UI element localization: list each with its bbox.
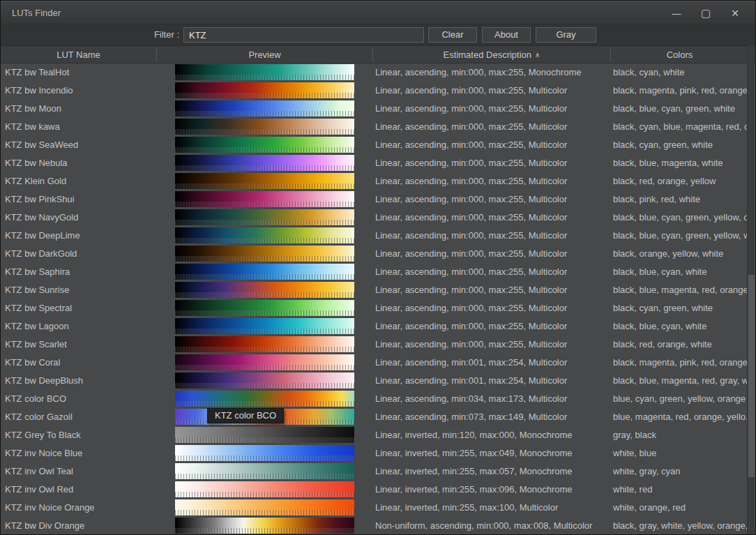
lut-name: KTZ bw TealHot bbox=[5, 63, 154, 82]
table-row[interactable]: KTZ bw PinkShui Linear, ascending, min:0… bbox=[1, 190, 755, 209]
lut-description: Linear, ascending, min:000, max:255, Mul… bbox=[375, 100, 605, 118]
lut-preview bbox=[175, 246, 354, 262]
clear-button[interactable]: Clear bbox=[428, 27, 477, 43]
lut-description: Linear, ascending, min:000, max:255, Mul… bbox=[375, 336, 605, 354]
lut-colors: white, gray, cyan bbox=[613, 462, 748, 481]
vertical-scrollbar[interactable] bbox=[747, 45, 755, 535]
table-row[interactable]: KTZ bw DeepLime Linear, ascending, min:0… bbox=[1, 227, 755, 245]
table-row[interactable]: KTZ bw Coral Linear, ascending, min:001,… bbox=[1, 354, 755, 372]
table-row[interactable]: KTZ inv Owl Red Linear, inverted, min:25… bbox=[1, 481, 755, 499]
lut-preview-steps bbox=[175, 256, 354, 262]
lut-preview bbox=[175, 209, 354, 225]
lut-name: KTZ bw Moon bbox=[5, 100, 154, 118]
table-row[interactable]: KTZ color Gazoil Linear, ascending, min:… bbox=[1, 408, 755, 426]
filter-toolbar: Filter : Clear About Gray check bbox=[1, 24, 755, 45]
lut-preview bbox=[175, 100, 354, 116]
column-header-preview[interactable]: Preview bbox=[157, 46, 372, 63]
table-row[interactable]: KTZ Klein Gold Linear, ascending, min:00… bbox=[1, 172, 755, 190]
about-button[interactable]: About bbox=[482, 27, 531, 43]
column-header-colors[interactable]: Colors bbox=[611, 46, 748, 63]
lut-description: Linear, inverted, min:255, max:096, Mono… bbox=[375, 481, 605, 499]
table-row[interactable]: KTZ bw DeepBlush Linear, ascending, min:… bbox=[1, 372, 755, 390]
title-bar: LUTs Finder — ▢ ✕ bbox=[1, 1, 755, 24]
table-row[interactable]: KTZ inv Noice Orange Linear, inverted, m… bbox=[1, 499, 755, 517]
lut-name: KTZ bw PinkShui bbox=[5, 190, 154, 209]
lut-preview bbox=[175, 227, 354, 243]
lut-name: KTZ bw DeepLime bbox=[5, 227, 154, 245]
lut-preview bbox=[175, 82, 354, 98]
tooltip: KTZ color BCO bbox=[207, 408, 284, 423]
lut-name: KTZ color Gazoil bbox=[5, 408, 154, 426]
gray-check-button[interactable]: Gray check bbox=[536, 27, 596, 43]
lut-preview-steps bbox=[175, 75, 354, 80]
scrollbar-thumb[interactable] bbox=[748, 275, 755, 477]
table-row[interactable]: KTZ bw Moon Linear, ascending, min:000, … bbox=[1, 100, 755, 118]
column-header-lut-name[interactable]: LUT Name bbox=[1, 46, 156, 63]
lut-preview-steps bbox=[175, 111, 354, 116]
lut-description: Linear, inverted, min:120, max:000, Mono… bbox=[375, 426, 605, 444]
lut-preview-steps bbox=[175, 347, 354, 352]
lut-name: KTZ Klein Gold bbox=[5, 172, 154, 190]
table-row[interactable]: KTZ bw kawa Linear, ascending, min:000, … bbox=[1, 118, 755, 136]
lut-preview-steps bbox=[175, 274, 354, 280]
table-row[interactable]: KTZ bw Scarlet Linear, ascending, min:00… bbox=[1, 336, 755, 354]
table-row[interactable]: KTZ bw DarkGold Linear, ascending, min:0… bbox=[1, 245, 755, 263]
lut-preview-steps bbox=[175, 474, 354, 479]
column-header-description[interactable]: Estimated Description∧ bbox=[373, 46, 610, 63]
lut-preview-steps bbox=[175, 129, 354, 135]
table-row[interactable]: KTZ bw TealHot Linear, ascending, min:00… bbox=[1, 63, 755, 82]
lut-preview bbox=[175, 173, 354, 189]
lut-preview bbox=[175, 300, 354, 316]
lut-preview bbox=[175, 119, 354, 135]
table-row[interactable]: KTZ inv Owl Teal Linear, inverted, min:2… bbox=[1, 462, 755, 481]
lut-preview-steps bbox=[175, 202, 354, 207]
table-row[interactable]: KTZ bw SeaWeed Linear, ascending, min:00… bbox=[1, 136, 755, 154]
lut-description: Linear, ascending, min:000, max:255, Mul… bbox=[375, 190, 605, 209]
table-row[interactable]: KTZ Grey To Black Linear, inverted, min:… bbox=[1, 426, 755, 444]
minimize-button[interactable]: — bbox=[662, 3, 691, 24]
close-button[interactable]: ✕ bbox=[720, 3, 750, 24]
lut-colors: white, orange, red bbox=[613, 499, 748, 517]
table-row[interactable]: KTZ color BCO Linear, ascending, min:034… bbox=[1, 390, 755, 408]
lut-preview-steps bbox=[175, 329, 354, 334]
table-row[interactable]: KTZ bw Spectral Linear, ascending, min:0… bbox=[1, 299, 755, 317]
lut-description: Linear, ascending, min:034, max:173, Mul… bbox=[375, 390, 605, 408]
filter-input[interactable] bbox=[183, 27, 424, 43]
lut-preview-steps bbox=[175, 492, 354, 497]
lut-preview bbox=[175, 372, 354, 389]
table-row[interactable]: KTZ bw Nebula Linear, ascending, min:000… bbox=[1, 154, 755, 172]
lut-name: KTZ inv Noice Orange bbox=[5, 499, 154, 517]
lut-preview-steps bbox=[175, 437, 354, 443]
table-row[interactable]: KTZ bw Lagoon Linear, ascending, min:000… bbox=[1, 317, 755, 336]
lut-preview-steps bbox=[175, 183, 354, 189]
lut-name: KTZ bw Spectral bbox=[5, 299, 154, 317]
lut-preview bbox=[175, 354, 354, 370]
lut-preview bbox=[175, 427, 354, 443]
close-icon: ✕ bbox=[731, 8, 739, 19]
lut-preview bbox=[175, 264, 354, 280]
lut-colors: black, blue, cyan, green, yellow, w... bbox=[613, 227, 748, 245]
lut-name: KTZ bw Lagoon bbox=[5, 317, 154, 336]
lut-preview bbox=[175, 282, 354, 298]
lut-colors: black, cyan, white bbox=[613, 63, 748, 82]
lut-preview bbox=[175, 463, 354, 479]
table-row[interactable]: KTZ inv Noice Blue Linear, inverted, min… bbox=[1, 444, 755, 462]
column-header-description-label: Estimated Description bbox=[444, 50, 531, 60]
lut-description: Linear, ascending, min:000, max:255, Mul… bbox=[375, 154, 605, 172]
table-row[interactable]: KTZ bw Incendio Linear, ascending, min:0… bbox=[1, 82, 755, 100]
lut-name: KTZ bw NavyGold bbox=[5, 209, 154, 227]
lut-preview bbox=[175, 499, 354, 515]
table-row[interactable]: KTZ bw Saphira Linear, ascending, min:00… bbox=[1, 263, 755, 281]
lut-description: Linear, ascending, min:000, max:255, Mul… bbox=[375, 172, 605, 190]
lut-colors: black, blue, magenta, white bbox=[613, 154, 748, 172]
table-row[interactable]: KTZ bw NavyGold Linear, ascending, min:0… bbox=[1, 209, 755, 227]
lut-colors: black, red, orange, yellow bbox=[613, 172, 748, 190]
lut-description: Linear, ascending, min:001, max:254, Mul… bbox=[375, 372, 605, 390]
table-row[interactable]: KTZ bw Sunrise Linear, ascending, min:00… bbox=[1, 281, 755, 299]
lut-preview-steps bbox=[175, 455, 354, 461]
window-controls: — ▢ ✕ bbox=[662, 1, 750, 25]
maximize-button[interactable]: ▢ bbox=[691, 3, 720, 24]
table-row[interactable]: KTZ bw Div Orange Non-uniform, ascending… bbox=[1, 517, 755, 535]
lut-description: Linear, inverted, min:255, max:100, Mult… bbox=[375, 499, 605, 517]
lut-colors: black, cyan, green, white bbox=[613, 136, 748, 154]
